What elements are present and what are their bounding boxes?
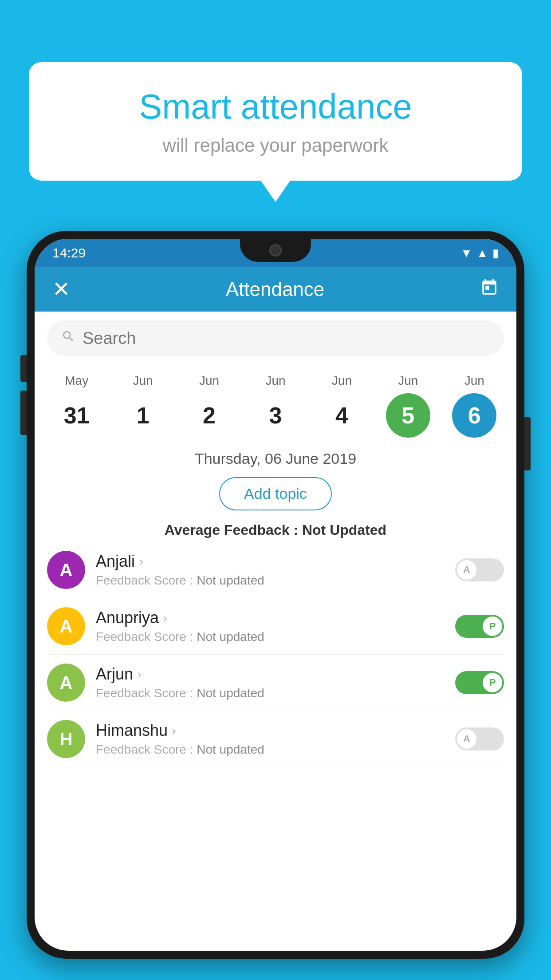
day-month-label: May bbox=[65, 374, 88, 388]
day-number-label: 1 bbox=[121, 393, 165, 438]
day-number-label: 6 bbox=[452, 393, 496, 438]
student-item: HHimanshu ›Feedback Score : Not updatedA bbox=[47, 711, 504, 767]
student-info: Anupriya ›Feedback Score : Not updated bbox=[96, 609, 448, 644]
wifi-icon: ▼ bbox=[461, 246, 472, 260]
day-month-label: Jun bbox=[464, 374, 484, 388]
attendance-toggle[interactable]: P bbox=[455, 615, 504, 638]
student-feedback-label: Feedback Score : Not updated bbox=[96, 686, 448, 700]
day-month-label: Jun bbox=[199, 374, 219, 388]
signal-icon: ▲ bbox=[476, 246, 488, 260]
chevron-right-icon: › bbox=[138, 668, 142, 681]
speech-bubble-subtitle: will replace your paperwork bbox=[55, 135, 496, 156]
front-camera bbox=[269, 244, 282, 257]
student-name[interactable]: Anjali › bbox=[96, 552, 448, 571]
average-feedback: Average Feedback : Not Updated bbox=[35, 516, 516, 542]
calendar-day[interactable]: Jun4 bbox=[313, 374, 370, 438]
calendar-day[interactable]: Jun6 bbox=[445, 374, 503, 438]
chevron-right-icon: › bbox=[139, 555, 143, 569]
toggle-knob: A bbox=[457, 729, 476, 749]
calendar-day[interactable]: Jun2 bbox=[181, 374, 238, 438]
student-item: AAnjali ›Feedback Score : Not updatedA bbox=[47, 542, 504, 598]
battery-icon: ▮ bbox=[492, 246, 499, 260]
day-number-label: 31 bbox=[55, 393, 99, 438]
attendance-toggle-container: P bbox=[455, 615, 504, 638]
student-name[interactable]: Arjun › bbox=[96, 665, 448, 684]
student-feedback-label: Feedback Score : Not updated bbox=[96, 573, 448, 588]
day-number-label: 3 bbox=[253, 393, 298, 438]
status-icons: ▼ ▲ ▮ bbox=[461, 246, 499, 260]
volume-down-button bbox=[20, 391, 27, 417]
student-item: AArjun ›Feedback Score : Not updatedP bbox=[47, 655, 504, 711]
attendance-toggle-container: A bbox=[455, 727, 504, 751]
student-item: AAnupriya ›Feedback Score : Not updatedP bbox=[47, 598, 504, 655]
chevron-right-icon: › bbox=[172, 724, 176, 738]
speech-bubble-title: Smart attendance bbox=[55, 87, 496, 127]
day-month-label: Jun bbox=[398, 374, 418, 388]
calendar-day[interactable]: Jun3 bbox=[247, 374, 304, 438]
attendance-toggle[interactable]: P bbox=[455, 671, 504, 694]
student-avatar: A bbox=[47, 607, 85, 645]
student-info: Arjun ›Feedback Score : Not updated bbox=[96, 665, 448, 700]
calendar-button[interactable] bbox=[480, 278, 499, 301]
attendance-toggle[interactable]: A bbox=[455, 727, 504, 751]
speech-bubble-container: Smart attendance will replace your paper… bbox=[29, 62, 522, 181]
phone-outer: 14:29 ▼ ▲ ▮ ✕ Attendance bbox=[27, 231, 524, 959]
attendance-toggle[interactable]: A bbox=[455, 558, 504, 581]
student-list: AAnjali ›Feedback Score : Not updatedAAA… bbox=[35, 542, 516, 767]
status-time: 14:29 bbox=[52, 245, 86, 261]
volume-up-button bbox=[20, 355, 27, 382]
student-feedback-label: Feedback Score : Not updated bbox=[96, 630, 448, 644]
chevron-right-icon: › bbox=[163, 611, 167, 625]
student-avatar: A bbox=[47, 664, 85, 702]
attendance-toggle-container: P bbox=[455, 671, 504, 694]
feedback-avg-label: Average Feedback : bbox=[165, 522, 302, 538]
day-month-label: Jun bbox=[265, 374, 285, 388]
page-title: Attendance bbox=[226, 278, 325, 300]
day-month-label: Jun bbox=[332, 374, 352, 388]
close-button[interactable]: ✕ bbox=[52, 279, 70, 300]
toggle-knob: P bbox=[483, 673, 502, 692]
student-avatar: H bbox=[47, 720, 85, 758]
search-input[interactable] bbox=[83, 329, 490, 348]
calendar-day[interactable]: May31 bbox=[48, 374, 106, 438]
student-info: Himanshu ›Feedback Score : Not updated bbox=[96, 721, 448, 757]
student-feedback-label: Feedback Score : Not updated bbox=[96, 743, 448, 757]
calendar-strip: May31Jun1Jun2Jun3Jun4Jun5Jun6 bbox=[35, 365, 516, 442]
student-info: Anjali ›Feedback Score : Not updated bbox=[96, 552, 448, 588]
student-name[interactable]: Anupriya › bbox=[96, 609, 448, 627]
attendance-toggle-container: A bbox=[455, 558, 504, 581]
selected-date-label: Thursday, 06 June 2019 bbox=[35, 442, 516, 472]
speech-bubble: Smart attendance will replace your paper… bbox=[29, 62, 522, 181]
phone-screen: 14:29 ▼ ▲ ▮ ✕ Attendance bbox=[35, 239, 516, 951]
calendar-day[interactable]: Jun1 bbox=[114, 374, 172, 438]
day-number-label: 5 bbox=[386, 393, 430, 438]
day-number-label: 2 bbox=[187, 393, 232, 438]
calendar-day[interactable]: Jun5 bbox=[379, 374, 437, 438]
search-icon bbox=[61, 329, 75, 348]
phone-mockup: 14:29 ▼ ▲ ▮ ✕ Attendance bbox=[27, 231, 524, 959]
add-topic-button[interactable]: Add topic bbox=[219, 477, 332, 510]
day-number-label: 4 bbox=[319, 393, 364, 438]
student-avatar: A bbox=[47, 551, 85, 589]
toggle-knob: P bbox=[483, 616, 502, 636]
toggle-knob: A bbox=[457, 560, 476, 580]
day-month-label: Jun bbox=[133, 374, 153, 388]
add-topic-section: Add topic bbox=[35, 477, 516, 510]
phone-notch bbox=[240, 239, 311, 262]
app-header: ✕ Attendance bbox=[35, 267, 516, 312]
student-name[interactable]: Himanshu › bbox=[96, 721, 448, 740]
feedback-avg-value: Not Updated bbox=[302, 522, 386, 538]
search-bar[interactable] bbox=[47, 320, 504, 356]
